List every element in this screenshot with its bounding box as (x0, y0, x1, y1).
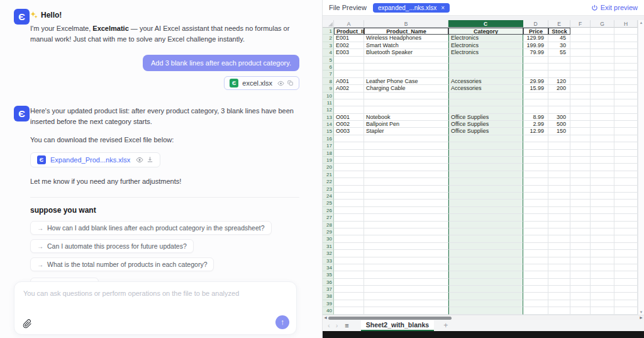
row-header[interactable]: 3 (323, 42, 334, 49)
grid-cell[interactable] (523, 214, 548, 221)
grid-cell[interactable] (334, 135, 364, 142)
row-header[interactable]: 13 (323, 114, 334, 121)
grid-cell[interactable] (570, 200, 591, 206)
grid-cell[interactable]: 29.99 (523, 78, 548, 85)
grid-cell[interactable] (523, 279, 548, 286)
row-header[interactable]: 22 (323, 178, 334, 185)
grid-cell[interactable] (614, 293, 638, 300)
grid-cell[interactable] (614, 106, 638, 113)
grid-cell[interactable] (334, 228, 364, 235)
grid-cell[interactable] (570, 42, 591, 49)
grid-cell[interactable] (591, 257, 614, 264)
row-header[interactable]: 23 (323, 186, 334, 193)
grid-cell[interactable] (448, 164, 523, 171)
grid-cell[interactable] (570, 164, 591, 171)
column-header[interactable]: B (364, 20, 448, 28)
grid-cell[interactable] (334, 264, 364, 271)
grid-cell[interactable] (364, 300, 448, 307)
grid-cell[interactable] (591, 49, 614, 56)
grid-cell[interactable] (334, 235, 364, 242)
exit-preview-button[interactable]: Exit preview (591, 4, 638, 11)
grid-cell[interactable]: 12.99 (523, 128, 548, 135)
grid-cell[interactable] (448, 257, 523, 264)
grid-cell[interactable]: O001 (334, 114, 364, 121)
grid-cell[interactable] (570, 178, 591, 185)
grid-cell[interactable] (334, 142, 364, 149)
grid-cell[interactable] (614, 200, 638, 206)
grid-cell[interactable] (523, 207, 548, 214)
grid-cell[interactable] (334, 300, 364, 307)
row-header[interactable]: 30 (323, 235, 334, 242)
grid-cell[interactable] (334, 64, 364, 70)
grid-cell[interactable] (591, 64, 614, 70)
grid-cell[interactable] (570, 70, 591, 77)
grid-cell[interactable] (364, 171, 448, 178)
grid-cell[interactable]: 500 (548, 121, 570, 128)
grid-cell[interactable] (614, 42, 638, 49)
grid-cell[interactable] (591, 186, 614, 193)
suggestion-button[interactable]: →How can I add blank lines after each pr… (30, 221, 272, 235)
preview-eye-icon[interactable] (136, 156, 143, 164)
grid-cell[interactable]: 8.99 (523, 114, 548, 121)
grid-cell[interactable] (548, 271, 570, 278)
grid-cell[interactable]: Accessories (448, 78, 523, 85)
grid-cell[interactable] (570, 243, 591, 250)
grid-cell[interactable] (614, 250, 638, 257)
uploaded-file-chip[interactable]: Є excel.xlsx (224, 76, 299, 90)
grid-cell[interactable]: Notebook (364, 114, 448, 121)
grid-cell[interactable]: Wireless Headphones (364, 35, 448, 42)
suggestion-button[interactable]: →What is the total number of products in… (30, 257, 214, 271)
download-file-chip[interactable]: Є Expanded_Prod...nks.xlsx (30, 152, 160, 167)
grid-cell[interactable] (334, 193, 364, 200)
grid-cell[interactable]: 30 (548, 42, 570, 49)
row-header[interactable]: 26 (323, 207, 334, 214)
row-header[interactable]: 29 (323, 228, 334, 235)
grid-cell[interactable] (548, 307, 570, 314)
row-header[interactable]: 14 (323, 121, 334, 128)
preview-file-tab[interactable]: expanded_...nks.xlsx × (373, 3, 450, 13)
row-header[interactable]: 27 (323, 214, 334, 221)
grid-cell[interactable] (591, 150, 614, 157)
grid-cell[interactable] (523, 271, 548, 278)
grid-cell[interactable] (334, 307, 364, 314)
close-icon[interactable]: × (441, 4, 445, 11)
grid-cell[interactable] (364, 250, 448, 257)
grid-cell[interactable] (448, 64, 523, 70)
grid-cell[interactable] (614, 64, 638, 70)
row-header[interactable]: 7 (323, 70, 334, 77)
grid-cell[interactable] (591, 28, 614, 35)
column-header[interactable]: C (448, 20, 523, 28)
grid-cell[interactable] (614, 78, 638, 85)
vertical-scrollbar[interactable]: ▲ ▼ (638, 20, 644, 315)
grid-cell[interactable] (548, 235, 570, 242)
grid-cell[interactable] (548, 106, 570, 113)
grid-cell[interactable] (548, 243, 570, 250)
grid-cell[interactable] (364, 142, 448, 149)
grid-cell[interactable] (614, 28, 638, 35)
grid-cell[interactable] (591, 207, 614, 214)
grid-cell[interactable] (448, 142, 523, 149)
grid-cell[interactable] (591, 157, 614, 164)
download-file-name[interactable]: Expanded_Prod...nks.xlsx (50, 156, 130, 164)
grid-cell[interactable] (570, 150, 591, 157)
grid-cell[interactable] (548, 214, 570, 221)
column-header[interactable]: E (548, 20, 570, 28)
suggestion-button[interactable]: →Can I automate this process for future … (30, 239, 194, 253)
send-button[interactable]: ↑ (275, 315, 289, 329)
grid-cell[interactable] (334, 57, 364, 64)
grid-cell[interactable] (548, 135, 570, 142)
grid-cell[interactable] (448, 307, 523, 314)
grid-cell[interactable] (591, 121, 614, 128)
grid-cell[interactable] (334, 70, 364, 77)
grid-cell[interactable]: Accessories (448, 85, 523, 92)
grid-cell[interactable] (523, 286, 548, 293)
grid-cell[interactable] (548, 164, 570, 171)
grid-cell[interactable] (364, 279, 448, 286)
row-header[interactable]: 39 (323, 300, 334, 307)
grid-cell[interactable] (523, 57, 548, 64)
row-header[interactable]: 24 (323, 193, 334, 200)
grid-cell[interactable] (523, 106, 548, 113)
grid-cell[interactable] (570, 121, 591, 128)
grid-cell[interactable]: Office Supplies (448, 121, 523, 128)
grid-cell[interactable] (614, 257, 638, 264)
